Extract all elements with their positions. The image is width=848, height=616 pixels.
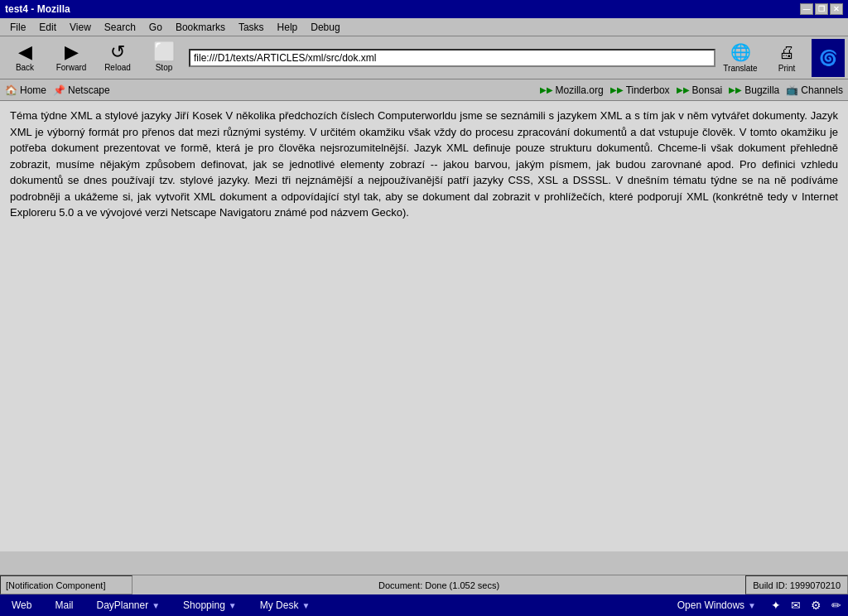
bookmark-tinderbox[interactable]: ▶▶ Tinderbox (610, 84, 670, 96)
netscape-icon: 📌 (53, 84, 65, 96)
dayplanner-dropdown-icon: ▼ (152, 601, 160, 610)
menu-search[interactable]: Search (98, 20, 142, 35)
menu-edit[interactable]: Edit (32, 20, 63, 35)
menu-debug[interactable]: Debug (304, 20, 346, 35)
taskbar-web[interactable]: Web (7, 598, 36, 613)
translate-icon: 🌐 (730, 42, 751, 62)
window-title: test4 - Mozilla (5, 3, 70, 15)
channels-icon: 📺 (786, 84, 798, 96)
back-button[interactable]: ◀ Back (3, 39, 46, 77)
reload-icon: ↺ (110, 43, 125, 61)
bookmark-mozilla[interactable]: ▶▶ Mozilla.org (540, 84, 604, 96)
bookmark-home[interactable]: 🏠 Home (5, 84, 46, 96)
window-controls[interactable]: — ❐ ✕ (800, 3, 843, 15)
netscape-logo[interactable]: 🌀 (812, 39, 845, 77)
forward-icon: ▶ (65, 43, 79, 61)
taskbar-settings-icon[interactable]: ⚙ (811, 599, 822, 612)
arrow-icon-bugzilla: ▶▶ (729, 85, 742, 94)
arrow-icon-mozilla: ▶▶ (540, 85, 553, 94)
taskbar-icon-1[interactable]: ✦ (771, 599, 781, 612)
netscape-logo-icon: 🌀 (819, 49, 837, 67)
article-text: Téma týdne XML a stylové jazyky Jiří Kos… (10, 108, 838, 221)
main-content: Téma týdne XML a stylové jazyky Jiří Kos… (0, 101, 848, 551)
shopping-dropdown-icon: ▼ (229, 601, 237, 610)
menu-view[interactable]: View (63, 20, 98, 35)
mail-label: Mail (55, 599, 73, 611)
bookmark-netscape[interactable]: 📌 Netscape (53, 84, 110, 96)
bookmark-bugzilla[interactable]: ▶▶ Bugzilla (729, 84, 779, 96)
taskbar-dayplanner[interactable]: DayPlanner ▼ (91, 598, 165, 613)
url-bar-container (189, 47, 716, 69)
home-icon: 🏠 (5, 84, 17, 96)
dayplanner-label: DayPlanner (96, 599, 148, 611)
stop-button[interactable]: ⬜ Stop (142, 39, 186, 77)
translate-button[interactable]: 🌐 Translate (719, 39, 762, 77)
bookmark-channels[interactable]: 📺 Channels (786, 84, 843, 96)
menu-file[interactable]: File (3, 20, 32, 35)
maximize-button[interactable]: ❐ (815, 3, 828, 15)
bookmarks-bar: 🏠 Home 📌 Netscape ▶▶ Mozilla.org ▶▶ Tind… (0, 79, 848, 101)
reload-button[interactable]: ↺ Reload (96, 39, 139, 77)
taskbar: Web Mail DayPlanner ▼ Shopping ▼ My Desk… (0, 594, 848, 616)
title-bar: test4 - Mozilla — ❐ ✕ (0, 0, 848, 18)
arrow-icon-tinderbox: ▶▶ (610, 85, 624, 94)
print-icon: 🖨 (778, 43, 795, 62)
taskbar-mydesk[interactable]: My Desk ▼ (255, 598, 316, 613)
mydesk-label: My Desk (260, 599, 299, 611)
menu-help[interactable]: Help (271, 20, 305, 35)
taskbar-right: Open Windows ▼ ✦ ✉ ⚙ ✏ (672, 598, 841, 613)
minimize-button[interactable]: — (800, 3, 813, 15)
arrow-icon-bonsai: ▶▶ (677, 85, 690, 94)
close-button[interactable]: ✕ (830, 3, 843, 15)
taskbar-shopping[interactable]: Shopping ▼ (178, 598, 242, 613)
menu-bar: File Edit View Search Go Bookmarks Tasks… (0, 18, 848, 36)
url-input[interactable] (189, 49, 716, 67)
bookmark-bonsai[interactable]: ▶▶ Bonsai (677, 84, 723, 96)
menu-tasks[interactable]: Tasks (232, 20, 271, 35)
toolbar: ◀ Back ▶ Forward ↺ Reload ⬜ Stop 🌐 Trans… (0, 36, 848, 79)
status-notification: [Notification Component] (0, 575, 132, 594)
menu-go[interactable]: Go (142, 20, 169, 35)
status-bar: [Notification Component] Document: Done … (0, 575, 848, 594)
shopping-label: Shopping (183, 599, 225, 611)
content-wrapper: Téma týdne XML a stylové jazyky Jiří Kos… (0, 101, 848, 616)
forward-button[interactable]: ▶ Forward (50, 39, 93, 77)
status-build: Build ID: 1999070210 (745, 575, 848, 594)
web-label: Web (12, 599, 31, 611)
status-document: Document: Done (1.052 secs) (132, 579, 745, 592)
menu-bookmarks[interactable]: Bookmarks (169, 20, 232, 35)
mydesk-dropdown-icon: ▼ (301, 601, 310, 610)
taskbar-edit-icon[interactable]: ✏ (831, 599, 841, 612)
stop-icon: ⬜ (153, 43, 176, 61)
taskbar-openwindows[interactable]: Open Windows ▼ (672, 598, 761, 613)
taskbar-mail[interactable]: Mail (50, 598, 78, 613)
openwindows-dropdown-icon: ▼ (748, 601, 756, 610)
openwindows-label: Open Windows (677, 599, 744, 611)
taskbar-mail-icon[interactable]: ✉ (791, 599, 801, 612)
back-icon: ◀ (18, 43, 32, 61)
print-button[interactable]: 🖨 Print (765, 39, 808, 77)
